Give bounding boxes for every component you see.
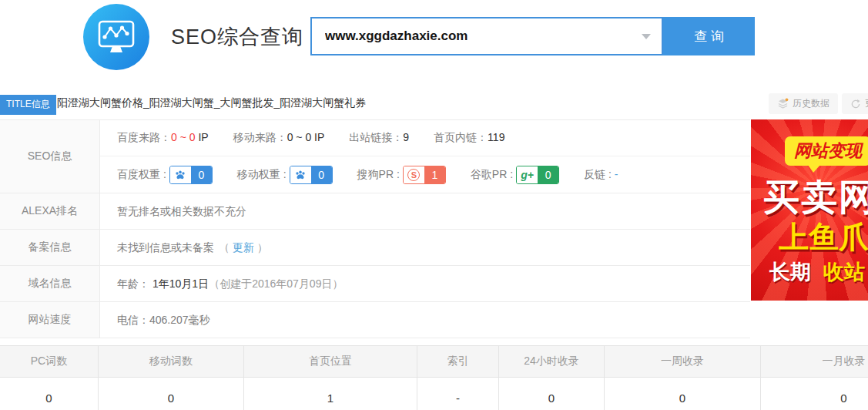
- stats-header-index: 索引: [417, 345, 499, 378]
- backlinks-value[interactable]: -: [615, 168, 618, 180]
- baidu-weight: 百度权重 : 0: [117, 166, 213, 184]
- homepage-inlinks-value: 119: [488, 131, 504, 143]
- google-plus-icon: g+: [521, 169, 534, 181]
- stats-header-month: 一月收录: [761, 345, 868, 378]
- outbound-links: 出站链接：9: [349, 131, 409, 145]
- app-title: SEO综合查询: [171, 23, 303, 51]
- beian-update-link[interactable]: 更新: [233, 241, 254, 254]
- speed-row: 网站速度 电信：406.207毫秒: [0, 302, 750, 338]
- domain-created-note: （创建于2016年07月09日）: [209, 277, 343, 291]
- title-bar: TITLE信息 阳澄湖大闸蟹价格_阳澄湖大闸蟹_大闸蟹批发_阳澄湖大闸蟹礼券 历…: [0, 93, 868, 115]
- ad-headline: 买卖网站: [763, 173, 868, 222]
- stats-value-row: 0 0 1 - 0 0 0: [0, 378, 868, 410]
- keyword-stats-table: PC词数 移动词数 首页位置 索引 24小时收录 一周收录 一月收录 0 0 1…: [0, 345, 868, 410]
- ad-banner[interactable]: 网站变现 买卖网站 上鱼爪 长期收站: [751, 119, 868, 301]
- beian-value: 未找到信息或未备案: [117, 241, 214, 255]
- paw-icon: [294, 169, 307, 181]
- stats-header-24h: 24小时收录: [499, 345, 605, 378]
- alexa-label: ALEXA排名: [0, 193, 100, 229]
- page-title: 阳澄湖大闸蟹价格_阳澄湖大闸蟹_大闸蟹批发_阳澄湖大闸蟹礼券: [57, 96, 366, 110]
- stats-value-mobile-words: 0: [99, 378, 244, 410]
- title-info-badge: TITLE信息: [0, 95, 56, 115]
- beian-label: 备案信息: [0, 230, 100, 265]
- stats-value-homepage-position: 1: [244, 378, 417, 410]
- outbound-links-value: 9: [403, 131, 409, 143]
- stats-header-row: PC词数 移动词数 首页位置 索引 24小时收录 一周收录 一月收录: [0, 345, 868, 378]
- sogou-pr-value: 1: [424, 166, 445, 183]
- sogou-icon: S: [407, 169, 420, 181]
- alexa-value: 暂无排名或相关数据不充分: [100, 193, 750, 230]
- seo-info-row: SEO信息 百度来路：0 ~ 0 IP 移动来路：0 ~ 0 IP 出站链接：9…: [0, 120, 750, 193]
- stats-header-week: 一周收录: [605, 345, 761, 378]
- search-bar: 查 询: [310, 17, 755, 55]
- layers-icon: [777, 98, 789, 109]
- seo-info-table: SEO信息 百度来路：0 ~ 0 IP 移动来路：0 ~ 0 IP 出站链接：9…: [0, 119, 750, 338]
- sogou-pr: 搜狗PR :S1: [357, 166, 446, 184]
- baidu-weight-badge[interactable]: 0: [169, 166, 213, 184]
- mobile-traffic-value: 0 ~ 0: [287, 131, 312, 143]
- baidu-traffic: 百度来路：0 ~ 0 IP: [117, 131, 209, 145]
- ad-bubble-text: 网站变现: [785, 136, 868, 166]
- mobile-traffic: 移动来路：0 ~ 0 IP: [233, 131, 325, 145]
- homepage-inlinks: 首页内链：119: [434, 131, 504, 145]
- seo-weight-line: 百度权重 : 0 移动权重 : 0 搜狗PR :S1 谷歌PR :g+0 反链 …: [100, 156, 750, 193]
- domain-label: 域名信息: [0, 266, 100, 301]
- alexa-row: ALEXA排名 暂无排名或相关数据不充分: [0, 193, 750, 230]
- seo-traffic-line: 百度来路：0 ~ 0 IP 移动来路：0 ~ 0 IP 出站链接：9 首页内链：…: [100, 120, 750, 156]
- dropdown-arrow-icon[interactable]: [642, 34, 651, 39]
- beian-row: 备案信息 未找到信息或未备案（ 更新 ）: [0, 230, 750, 266]
- stats-header-mobile-words: 移动词数: [99, 345, 244, 378]
- stats-value-index: -: [417, 378, 499, 410]
- baidu-weight-value: 0: [191, 166, 212, 183]
- stats-value-week: 0: [605, 378, 761, 410]
- monitor-chart-icon: [83, 4, 149, 70]
- mobile-weight: 移动权重 : 0: [237, 166, 333, 184]
- stats-value-month: 0: [761, 378, 868, 410]
- refresh-more-button[interactable]: 更: [842, 93, 868, 114]
- app-logo: [83, 4, 149, 70]
- stats-header-homepage-position: 首页位置: [244, 345, 417, 378]
- speed-value: 电信：406.207毫秒: [100, 302, 750, 338]
- google-pr-badge[interactable]: g+0: [516, 166, 559, 184]
- paw-icon: [174, 169, 186, 181]
- ad-subline: 上鱼爪: [779, 217, 868, 258]
- sogou-pr-badge[interactable]: S1: [403, 166, 446, 184]
- history-data-button[interactable]: 历史数据: [769, 93, 838, 114]
- stats-value-pc-words: 0: [0, 378, 99, 410]
- mobile-weight-badge[interactable]: 0: [290, 166, 333, 184]
- stats-value-24h: 0: [499, 378, 605, 410]
- domain-row: 域名信息 年龄：1年10月1日（创建于2016年07月09日）: [0, 266, 750, 302]
- url-input[interactable]: [310, 17, 663, 55]
- history-data-label: 历史数据: [793, 97, 829, 110]
- speed-label: 网站速度: [0, 302, 100, 338]
- baidu-traffic-value: 0 ~ 0: [171, 131, 196, 143]
- ad-footer: 长期收站: [769, 258, 865, 286]
- refresh-more-label: 更: [865, 97, 868, 110]
- domain-age-value: 1年10月1日: [152, 277, 209, 291]
- mobile-weight-value: 0: [311, 166, 332, 183]
- google-pr-value: 0: [538, 166, 558, 183]
- refresh-icon: [850, 99, 861, 109]
- backlinks: 反链 : -: [584, 168, 618, 182]
- seo-info-label: SEO信息: [0, 120, 100, 193]
- stats-header-pc-words: PC词数: [0, 345, 99, 378]
- google-pr: 谷歌PR :g+0: [471, 166, 559, 184]
- query-button[interactable]: 查 询: [663, 17, 755, 55]
